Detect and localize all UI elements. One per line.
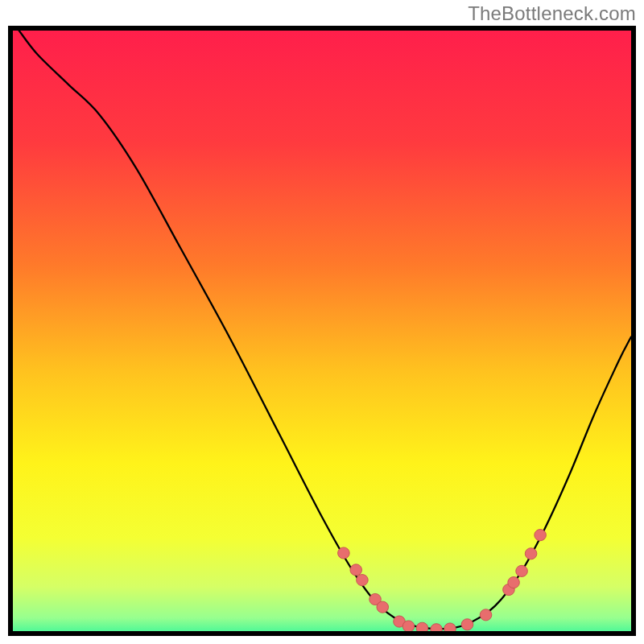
- data-marker: [461, 619, 473, 630]
- marker-layer: [13, 31, 631, 631]
- data-marker: [402, 621, 415, 631]
- data-marker: [431, 624, 443, 631]
- data-marker: [350, 564, 362, 576]
- attribution-label: TheBottleneck.com: [468, 2, 636, 25]
- data-marker: [516, 565, 528, 576]
- data-marker: [416, 622, 428, 631]
- chart-container: TheBottleneck.com: [0, 0, 644, 644]
- plot-frame: [8, 26, 636, 636]
- data-marker: [480, 609, 492, 621]
- data-marker: [444, 623, 456, 631]
- data-marker: [338, 547, 350, 559]
- data-marker: [535, 530, 547, 541]
- plot-area: [13, 31, 631, 631]
- data-marker: [508, 576, 520, 588]
- data-marker: [525, 548, 537, 559]
- data-marker: [377, 601, 389, 613]
- data-marker: [357, 575, 369, 586]
